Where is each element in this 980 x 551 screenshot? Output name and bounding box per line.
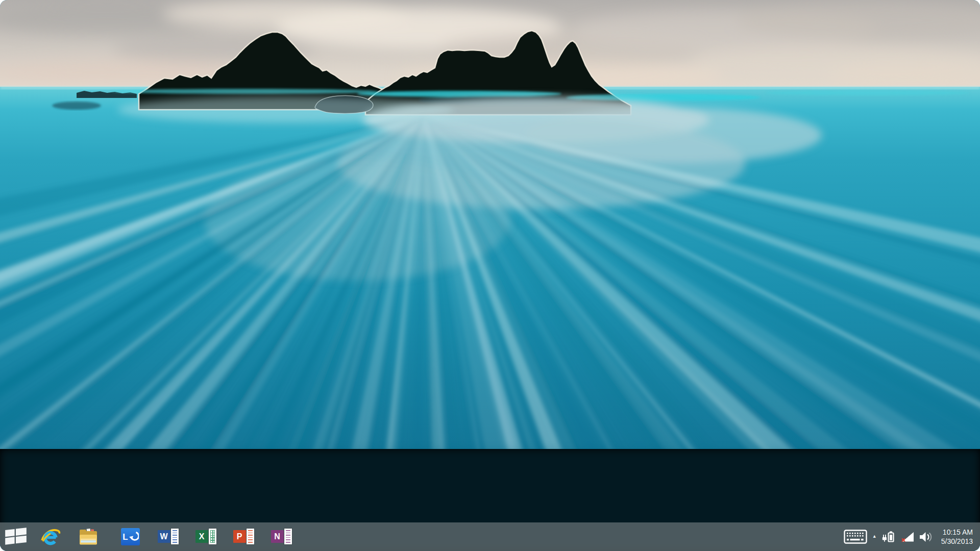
powerpoint-icon: P: [233, 528, 254, 545]
battery-plug-icon: [882, 531, 896, 543]
internet-explorer-icon: [40, 527, 61, 547]
taskbar[interactable]: L W X P: [0, 522, 980, 551]
taskbar-item-onenote[interactable]: N: [262, 522, 300, 551]
powerpoint-letter: P: [233, 530, 246, 543]
excel-icon: X: [195, 528, 216, 545]
system-tray: ▲: [844, 522, 980, 551]
network-status-button[interactable]: [901, 522, 914, 551]
excel-letter: X: [195, 530, 208, 543]
lync-icon: L: [121, 528, 140, 545]
excel-spreadsheet-page: [209, 529, 216, 544]
clock-time: 10:15 AM: [943, 528, 973, 537]
clock-date: 5/30/2013: [941, 537, 973, 546]
desktop[interactable]: L W X P: [0, 0, 980, 551]
taskbar-item-word[interactable]: W: [149, 522, 187, 551]
taskbar-item-lync[interactable]: L: [111, 522, 149, 551]
show-hidden-icons-button[interactable]: ▲: [872, 522, 877, 551]
onenote-notebook-page: [284, 529, 292, 544]
onenote-letter: N: [271, 530, 284, 543]
touch-keyboard-icon: [844, 530, 867, 544]
speaker-icon: [919, 531, 933, 543]
taskbar-item-file-explorer[interactable]: [69, 522, 107, 551]
desktop-wallpaper-image: [0, 0, 980, 551]
power-status-button[interactable]: [882, 522, 896, 551]
start-button[interactable]: [0, 522, 32, 551]
taskbar-item-powerpoint[interactable]: P: [225, 522, 262, 551]
lync-swoosh: [129, 531, 139, 543]
clock[interactable]: 10:15 AM 5/30/2013: [941, 522, 973, 551]
onenote-icon: N: [271, 528, 292, 545]
volume-button[interactable]: [919, 522, 933, 551]
network-signal-icon: [901, 532, 914, 542]
taskbar-item-excel[interactable]: X: [187, 522, 225, 551]
powerpoint-slide-page: [247, 529, 254, 544]
windows-logo-icon: [5, 528, 27, 546]
word-document-page: [171, 529, 179, 544]
word-icon: W: [158, 528, 179, 545]
file-explorer-icon: [78, 528, 99, 546]
chevron-up-icon: ▲: [872, 534, 877, 539]
taskbar-item-internet-explorer[interactable]: [32, 522, 69, 551]
touch-keyboard-button[interactable]: [844, 522, 867, 551]
word-letter: W: [158, 530, 170, 543]
lync-letter: L: [122, 533, 128, 541]
